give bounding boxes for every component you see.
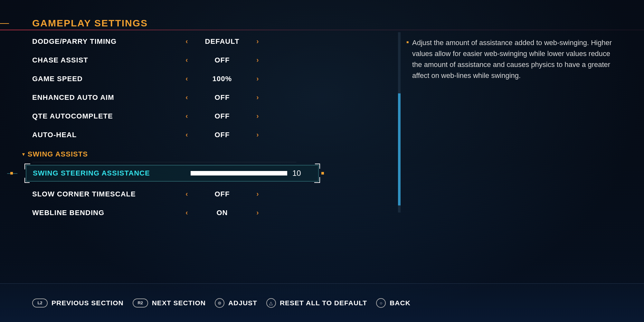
chevron-right-icon[interactable]: ›	[251, 131, 264, 139]
option-label: AUTO-HEAL	[32, 131, 180, 139]
previous-section-button[interactable]: L2 PREVIOUS SECTION	[32, 298, 124, 308]
option-row[interactable]: GAME SPEED‹100%›	[32, 70, 296, 88]
chevron-left-icon[interactable]: ‹	[180, 112, 193, 120]
chevron-right-icon[interactable]: ›	[251, 56, 264, 64]
chevron-right-icon[interactable]: ›	[251, 93, 264, 102]
circle-icon: ○	[376, 298, 386, 308]
option-label: WEBLINE BENDING	[32, 209, 180, 217]
option-value: OFF	[193, 190, 251, 198]
header-accent	[0, 23, 9, 24]
footer-label: PREVIOUS SECTION	[52, 299, 124, 307]
option-value: ON	[193, 209, 251, 217]
chevron-left-icon[interactable]: ‹	[180, 56, 193, 64]
bullet-icon: ■	[406, 40, 409, 44]
option-label: GAME SPEED	[32, 75, 180, 83]
l2-icon: L2	[32, 298, 48, 308]
option-value: OFF	[193, 56, 251, 64]
swing-steering-assistance-row[interactable]: SWING STEERING ASSISTANCE10	[26, 165, 319, 182]
footer-label: RESET ALL TO DEFAULT	[280, 299, 367, 307]
scrollbar-track[interactable]	[398, 32, 401, 213]
option-label: QTE AUTOCOMPLETE	[32, 112, 180, 120]
scrollbar-thumb[interactable]	[398, 93, 401, 205]
option-row[interactable]: ENHANCED AUTO AIM‹OFF›	[32, 88, 296, 107]
category-swing-assists[interactable]: ▼SWING ASSISTS	[32, 146, 296, 162]
header-divider	[0, 30, 644, 30]
r2-icon: R2	[133, 298, 148, 308]
option-label: SLOW CORNER TIMESCALE	[32, 190, 180, 198]
option-row[interactable]: DODGE/PARRY TIMING‹DEFAULT›	[32, 32, 296, 51]
option-label: ENHANCED AUTO AIM	[32, 93, 180, 102]
option-label: CHASE ASSIST	[32, 56, 180, 64]
option-value: 100%	[193, 75, 251, 83]
slider-value: 10	[292, 169, 301, 178]
post-option-row[interactable]: WEBLINE BENDING‹ON›	[32, 204, 296, 222]
option-row[interactable]: CHASE ASSIST‹OFF›	[32, 51, 296, 70]
post-option-row[interactable]: SLOW CORNER TIMESCALE‹OFF›	[32, 185, 296, 204]
description-text: Adjust the amount of assistance added to…	[412, 37, 618, 81]
category-label: SWING ASSISTS	[28, 150, 88, 158]
chevron-left-icon[interactable]: ‹	[180, 75, 193, 83]
chevron-right-icon[interactable]: ›	[251, 75, 264, 83]
chevron-right-icon[interactable]: ›	[251, 112, 264, 120]
description-panel: ■ Adjust the amount of assistance added …	[412, 37, 618, 81]
option-label: DODGE/PARRY TIMING	[32, 37, 180, 46]
chevron-left-icon[interactable]: ‹	[180, 37, 193, 46]
chevron-left-icon[interactable]: ‹	[180, 131, 193, 139]
next-section-button[interactable]: R2 NEXT SECTION	[133, 298, 206, 308]
page-title: GAMEPLAY SETTINGS	[32, 18, 644, 29]
triangle-icon: △	[266, 298, 276, 308]
chevron-right-icon[interactable]: ›	[251, 209, 264, 217]
reset-button[interactable]: △ RESET ALL TO DEFAULT	[266, 298, 367, 308]
chevron-left-icon[interactable]: ‹	[180, 93, 193, 102]
option-value: DEFAULT	[193, 37, 251, 46]
footer-label: ADJUST	[228, 299, 257, 307]
option-value: OFF	[193, 112, 251, 120]
footer-bar: L2 PREVIOUS SECTION R2 NEXT SECTION ⊚ AD…	[0, 283, 644, 322]
stick-icon: ⊚	[215, 298, 224, 308]
chevron-down-icon: ▼	[21, 152, 26, 157]
chevron-right-icon[interactable]: ›	[251, 190, 264, 198]
option-value: OFF	[193, 131, 251, 139]
chevron-left-icon[interactable]: ‹	[180, 209, 193, 217]
footer-label: NEXT SECTION	[152, 299, 206, 307]
settings-list: DODGE/PARRY TIMING‹DEFAULT›CHASE ASSIST‹…	[32, 32, 296, 213]
slider-track[interactable]	[191, 171, 287, 175]
back-button[interactable]: ○ BACK	[376, 298, 411, 308]
option-row[interactable]: AUTO-HEAL‹OFF›	[32, 126, 296, 144]
chevron-right-icon[interactable]: ›	[251, 37, 264, 46]
footer-label: BACK	[390, 299, 411, 307]
option-value: OFF	[193, 93, 251, 102]
option-label: SWING STEERING ASSISTANCE	[33, 169, 191, 177]
chevron-left-icon[interactable]: ‹	[180, 190, 193, 198]
option-row[interactable]: QTE AUTOCOMPLETE‹OFF›	[32, 107, 296, 126]
adjust-button[interactable]: ⊚ ADJUST	[215, 298, 257, 308]
